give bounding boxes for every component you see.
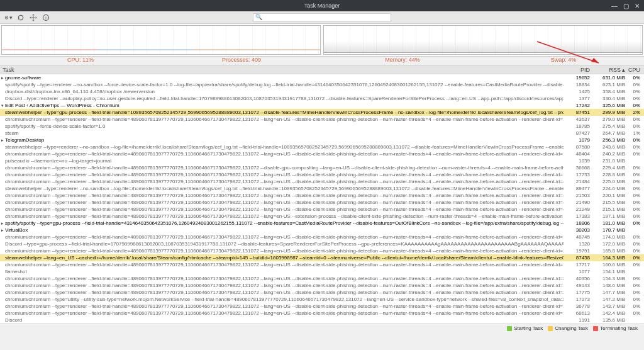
maximize-icon[interactable]: ▢ (621, 3, 630, 9)
process-row[interactable]: Edit Post ‹ AddictiveTips — WordPress - … (0, 102, 644, 109)
close-icon[interactable]: ✕ (633, 3, 641, 9)
process-row[interactable]: chromium/chromium --type=renderer --fiel… (0, 178, 644, 185)
process-row[interactable]: chromium/chromium --type=renderer --fiel… (0, 116, 644, 123)
process-row[interactable]: chromium/chromium --type=renderer --fiel… (0, 206, 644, 213)
memory-graph[interactable] (323, 25, 643, 55)
process-row[interactable]: dropbox-dist/dropbox-lnx.x86_64-110.4.45… (0, 88, 644, 95)
search-icon: 🔍 (255, 14, 262, 20)
process-row[interactable]: steamwebhelper --type=renderer --no-sand… (0, 144, 644, 150)
process-row[interactable]: spotify/spotify --type=renderer --no-san… (0, 81, 644, 88)
process-row[interactable]: Discord1191135.6 MiB (0, 317, 644, 324)
search-input[interactable] (253, 13, 391, 22)
process-list[interactable]: gnome-software19652631.0 MiB0%spotify/sp… (0, 74, 644, 324)
process-row[interactable]: pulseaudio --daemonize=no --log-target=j… (0, 157, 644, 164)
cpu-graph[interactable] (1, 25, 321, 55)
cpu-stat: CPU: 11% (0, 57, 161, 65)
legend-terminating: Terminating Task (593, 325, 638, 331)
window-title: Task Manager (304, 3, 340, 9)
col-cpu[interactable]: CPU (625, 67, 644, 73)
process-row[interactable]: Discord --type=gpu-process --field-trial… (0, 240, 644, 247)
move-icon[interactable] (29, 13, 38, 22)
process-row[interactable]: chromium/chromium --type=renderer --fiel… (0, 213, 644, 220)
swap-stat: Swap: 4% (483, 57, 644, 65)
info-icon[interactable]: i (42, 13, 50, 22)
process-row[interactable]: chromium/chromium --type=renderer --fiel… (0, 275, 644, 282)
process-row[interactable]: chromium/chromium --type=renderer --fiel… (0, 234, 644, 240)
process-row[interactable]: chromium/chromium --type=renderer --fiel… (0, 150, 644, 157)
settings-dropdown[interactable]: ▾ (4, 13, 13, 22)
process-row[interactable]: spotify/spotify --force-device-scale-fac… (0, 123, 644, 130)
process-row[interactable]: Discord --type=renderer --autoplay-polic… (0, 95, 644, 102)
process-row[interactable]: steamwebhelper --type=gpu-process --fiel… (0, 109, 644, 116)
process-row[interactable]: chromium/chromium --type=renderer --fiel… (0, 164, 644, 171)
legend-changing: Changing Task (548, 325, 588, 331)
process-row[interactable]: steamwebhelper --lang=en_US --cachedir=/… (0, 254, 644, 261)
process-row[interactable]: chromium/chromium --type=renderer --fiel… (0, 303, 644, 310)
process-row[interactable]: chromium/chromium --type=renderer --fiel… (0, 282, 644, 289)
process-row[interactable]: VirtualBox30203178.7 MiB (0, 227, 644, 234)
process-row[interactable]: chromium/chromium --type=renderer --fiel… (0, 247, 644, 254)
graphs-area (0, 24, 644, 57)
process-row[interactable]: gnome-software19652631.0 MiB0% (0, 74, 644, 81)
process-row[interactable]: chromium/chromium --type=renderer --fiel… (0, 310, 644, 317)
svg-text:i: i (45, 16, 47, 20)
process-row[interactable]: chromium/chromium --type=renderer --fiel… (0, 171, 644, 178)
refresh-icon[interactable] (16, 13, 25, 22)
proc-stat: Processes: 409 (161, 57, 322, 65)
process-row[interactable]: flameshot1077154.1 MiB (0, 268, 644, 275)
footer-legend: Starting Task Changing Task Terminating … (0, 324, 644, 332)
process-row[interactable]: TelegramDesktop1079256.3 MiB0% (0, 137, 644, 144)
legend-starting: Starting Task (507, 325, 543, 331)
svg-point-1 (6, 17, 8, 18)
sort-asc-icon: ▴ (622, 67, 625, 73)
process-row[interactable]: spotify/spotify --type=gpu-process --fie… (0, 220, 644, 227)
mem-stat: Memory: 44% (322, 57, 483, 65)
col-task[interactable]: Task (0, 67, 564, 73)
process-row[interactable]: steam87427264.7 MiB1% (0, 130, 644, 137)
process-row[interactable]: chromium/chromium --type=renderer --fiel… (0, 199, 644, 206)
window-controls: — ▢ ✕ (610, 3, 641, 9)
process-row[interactable]: steamwebhelper --type=renderer --no-sand… (0, 185, 644, 192)
titlebar: Task Manager — ▢ ✕ (0, 0, 644, 11)
col-rss[interactable]: RSS ▴ (590, 67, 625, 73)
process-row[interactable]: chromium/chromium --type=utility --utili… (0, 296, 644, 303)
stats-bar: CPU: 11% Processes: 409 Memory: 44% Swap… (0, 57, 644, 65)
process-row[interactable]: chromium/chromium --type=renderer --fiel… (0, 289, 644, 296)
col-pid[interactable]: PID (564, 67, 590, 73)
process-row[interactable]: chromium/chromium --type=renderer --fiel… (0, 192, 644, 199)
process-row[interactable]: chromium/chromium --type=renderer --fiel… (0, 261, 644, 268)
minimize-icon[interactable]: — (610, 3, 619, 9)
column-header: Task PID RSS ▴ CPU (0, 65, 644, 74)
toolbar: ▾ i 🔍 (0, 11, 644, 24)
